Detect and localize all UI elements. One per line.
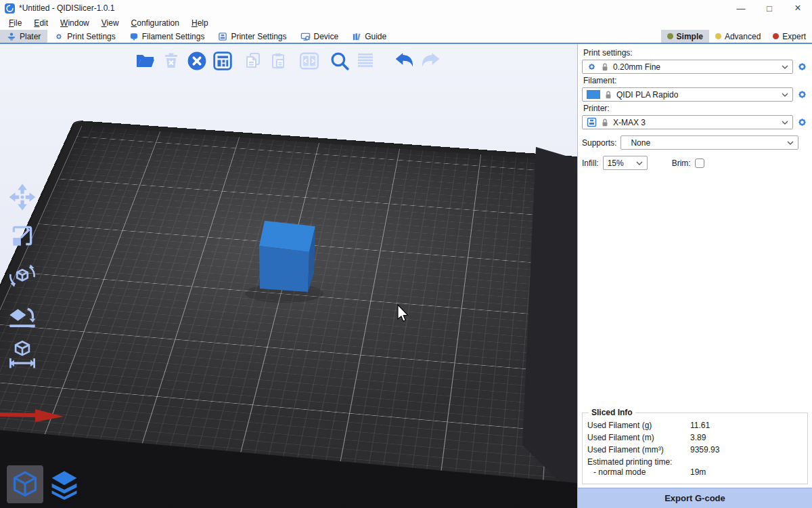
arrange-button[interactable] <box>210 48 235 74</box>
open-button[interactable] <box>133 48 158 74</box>
place-on-face-button[interactable] <box>7 299 38 331</box>
sliced-row-label: Used Filament (m) <box>587 433 690 442</box>
chevron-down-icon <box>782 121 788 125</box>
filament-gear-button[interactable] <box>796 89 808 100</box>
chevron-down-icon <box>636 161 643 165</box>
menu-view[interactable]: View <box>95 17 125 30</box>
tab-label: Print Settings <box>67 32 115 41</box>
gizmo-toolbar <box>7 182 38 370</box>
mode-simple[interactable]: Simple <box>661 30 709 43</box>
redo-button[interactable] <box>418 48 443 74</box>
place-on-face-icon <box>7 300 37 330</box>
supports-label: Supports: <box>582 138 616 148</box>
search-icon <box>330 51 350 71</box>
3d-editor-view-button[interactable] <box>7 465 43 503</box>
brim-checkbox[interactable] <box>695 158 704 168</box>
menu-help[interactable]: Help <box>185 17 215 30</box>
filament-combo[interactable]: QIDI PLA Rapido <box>582 87 793 102</box>
brim-label: Brim: <box>672 158 691 168</box>
undo-icon <box>394 51 415 71</box>
viewport-toolbar <box>133 48 443 74</box>
infill-value: 15% <box>608 158 632 168</box>
move-button[interactable] <box>7 182 38 213</box>
copy-icon <box>244 51 263 70</box>
tab-guide[interactable]: Guide <box>345 30 393 43</box>
simple-dot-icon <box>667 33 673 39</box>
layers-lines-icon <box>356 51 375 70</box>
arrange-icon <box>212 51 233 71</box>
sliced-row-label: Estimated printing time: <box>587 457 690 467</box>
menu-edit[interactable]: Edit <box>28 17 54 30</box>
filament-label: Filament: <box>583 76 808 85</box>
menu-file[interactable]: File <box>3 17 28 30</box>
scale-button[interactable] <box>7 221 38 252</box>
rotate-button[interactable] <box>7 260 38 291</box>
rotate-icon <box>7 261 37 291</box>
tab-device[interactable]: Device <box>294 30 346 43</box>
sliced-row-label: Used Filament (g) <box>587 421 690 430</box>
paste-icon <box>269 51 288 70</box>
split-button[interactable] <box>296 48 322 74</box>
device-icon <box>300 32 311 41</box>
print-settings-label: Print settings: <box>583 48 808 58</box>
viewport-3d-canvas[interactable] <box>0 44 577 508</box>
lock-icon <box>604 90 612 100</box>
minimize-button[interactable]: — <box>727 0 755 16</box>
layers-stack-icon <box>49 469 80 500</box>
tab-label: Device <box>314 32 339 41</box>
variable-layer-height-button[interactable] <box>353 48 378 74</box>
delete-button[interactable] <box>158 48 184 74</box>
title-bar: *Untitled - QIDISlicer-1.0.1 — □ × <box>0 0 812 16</box>
infill-combo[interactable]: 15% <box>603 156 648 170</box>
open-folder-icon <box>135 51 156 70</box>
sliced-row-label: Used Filament (mm³) <box>587 445 690 454</box>
cube-3d-icon <box>10 469 40 499</box>
window-title: *Untitled - QIDISlicer-1.0.1 <box>19 3 114 13</box>
redo-icon <box>420 51 441 71</box>
tab-label: Guide <box>365 32 386 41</box>
delete-all-icon <box>187 51 207 71</box>
delete-all-button[interactable] <box>184 48 210 74</box>
sliced-row-value: 11.61 <box>690 421 710 430</box>
printer-value: X-MAX 3 <box>613 118 777 127</box>
gear-icon <box>54 32 64 41</box>
preview-layers-view-button[interactable] <box>46 465 83 503</box>
close-button[interactable]: × <box>784 0 812 16</box>
supports-combo[interactable]: None <box>621 135 798 150</box>
print-settings-combo[interactable]: 0.20mm Fine <box>582 60 793 74</box>
printer-icon <box>218 32 227 41</box>
tab-printer-settings[interactable]: Printer Settings <box>211 30 293 43</box>
filament-color-swatch <box>587 90 600 99</box>
sliced-row-value: 3.89 <box>690 433 706 442</box>
plater-icon <box>7 32 16 41</box>
tab-plater[interactable]: Plater <box>0 30 47 43</box>
copy-button[interactable] <box>240 48 266 74</box>
scale-icon <box>8 222 37 251</box>
mode-advanced[interactable]: Advanced <box>709 30 767 43</box>
mode-expert[interactable]: Expert <box>767 30 812 43</box>
tab-label: Printer Settings <box>231 32 286 41</box>
gear-icon <box>587 62 597 72</box>
measure-icon <box>7 339 37 369</box>
view-toggle-bar <box>7 465 83 503</box>
menu-window[interactable]: Window <box>54 17 95 30</box>
app-logo-icon <box>5 3 15 14</box>
search-button[interactable] <box>327 48 353 74</box>
chevron-down-icon <box>782 65 788 69</box>
mode-label: Advanced <box>725 32 761 41</box>
menu-configuration[interactable]: Configuration <box>125 17 185 30</box>
printer-gear-button[interactable] <box>796 117 808 128</box>
split-icon <box>299 51 319 70</box>
chevron-down-icon <box>782 93 788 97</box>
undo-button[interactable] <box>392 48 418 74</box>
print-settings-gear-button[interactable] <box>796 61 808 72</box>
tab-print-settings[interactable]: Print Settings <box>47 30 122 43</box>
export-gcode-button[interactable]: Export G-code <box>578 488 812 508</box>
settings-sidebar: Print settings: 0.20mm Fine Filament: QI… <box>577 44 812 508</box>
tab-filament-settings[interactable]: Filament Settings <box>122 30 212 43</box>
printer-combo[interactable]: X-MAX 3 <box>582 115 793 129</box>
measure-button[interactable] <box>7 339 38 370</box>
maximize-button[interactable]: □ <box>755 0 784 16</box>
printer-icon <box>587 117 597 127</box>
paste-button[interactable] <box>266 48 292 74</box>
